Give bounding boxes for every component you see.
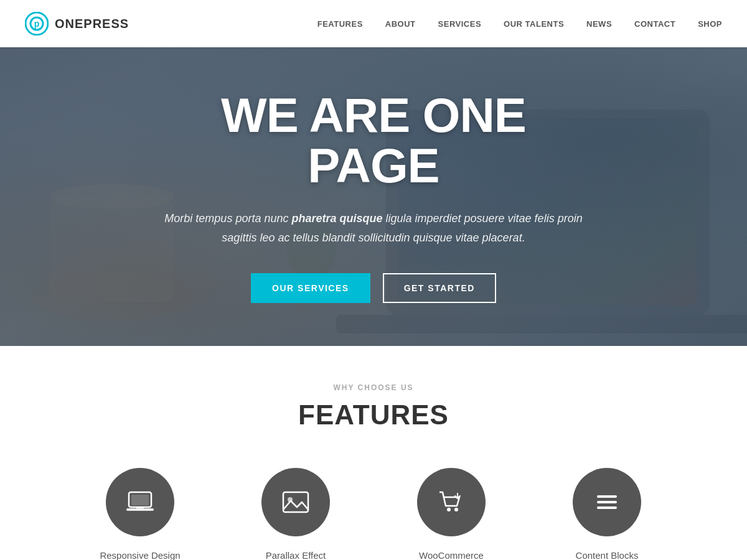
cart-icon [436, 487, 466, 517]
svg-rect-16 [283, 492, 308, 512]
logo-link[interactable]: p ONEPRESS [25, 12, 129, 35]
hero-content: WE ARE ONE PAGE Morbi tempus porta nunc … [131, 90, 616, 304]
nav-services[interactable]: SERVICES [438, 19, 482, 29]
feature-parallax: Parallax Effect [218, 462, 374, 560]
feature-responsive: Responsive Design [62, 462, 218, 560]
woocommerce-icon-circle [417, 468, 486, 536]
feature-content-blocks-label: Content Blocks [576, 550, 639, 560]
svg-text:p: p [34, 19, 40, 29]
feature-woocommerce: WooCommerce [374, 462, 529, 560]
feature-woocommerce-label: WooCommerce [419, 550, 484, 560]
hero-section: WE ARE ONE PAGE Morbi tempus porta nunc … [0, 47, 747, 346]
nav-features[interactable]: FEATURES [317, 19, 363, 29]
svg-rect-22 [597, 501, 617, 503]
hero-subtitle-bold: pharetra quisque [291, 212, 382, 225]
svg-rect-21 [597, 495, 617, 498]
features-eyebrow: WHY CHOOSE US [25, 383, 722, 392]
logo-text: ONEPRESS [55, 17, 129, 31]
site-header: p ONEPRESS FEATURES ABOUT SERVICES OUR T… [0, 0, 747, 47]
features-title: FEATURES [25, 399, 722, 431]
laptop-icon [125, 487, 155, 517]
get-started-button[interactable]: GET STARTED [383, 273, 496, 303]
svg-rect-15 [136, 507, 144, 509]
svg-point-18 [447, 508, 451, 511]
nav-about[interactable]: ABOUT [385, 19, 416, 29]
features-section: WHY CHOOSE US FEATURES Responsive Design [0, 346, 747, 560]
feature-parallax-label: Parallax Effect [266, 550, 326, 560]
main-nav: FEATURES ABOUT SERVICES OUR TALENTS NEWS… [317, 19, 722, 29]
menu-icon [592, 487, 622, 517]
feature-content-blocks: Content Blocks [529, 462, 685, 560]
hero-title: WE ARE ONE PAGE [156, 90, 591, 192]
hero-buttons: OUR SERVICES GET STARTED [156, 273, 591, 303]
hero-subtitle: Morbi tempus porta nunc pharetra quisque… [156, 209, 591, 247]
image-icon [281, 487, 311, 517]
nav-contact[interactable]: CONTACT [634, 19, 675, 29]
our-services-button[interactable]: OUR SERVICES [251, 273, 370, 303]
hero-subtitle-text1: Morbi tempus porta nunc [164, 212, 291, 225]
nav-talents[interactable]: OUR TALENTS [504, 19, 564, 29]
responsive-icon-circle [106, 468, 174, 536]
feature-responsive-label: Responsive Design [100, 550, 180, 560]
svg-rect-13 [131, 495, 149, 505]
nav-shop[interactable]: SHOP [698, 19, 722, 29]
svg-rect-23 [597, 506, 617, 509]
features-grid: Responsive Design Parallax Effect [25, 462, 722, 560]
content-blocks-icon-circle [573, 468, 641, 536]
parallax-icon-circle [261, 468, 330, 536]
svg-point-19 [454, 508, 458, 511]
logo-icon: p [25, 12, 49, 35]
nav-news[interactable]: NEWS [586, 19, 612, 29]
